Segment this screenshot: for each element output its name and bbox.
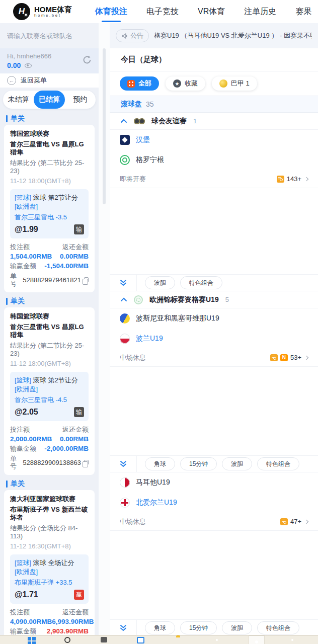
back-arrow-icon: ← <box>7 76 16 85</box>
announcement-text: 格赛U19 （马耳他U19 VS 北爱尔兰U19 ） - 因赛果不明确，赛果将 <box>154 31 312 40</box>
team-logo-malta <box>120 477 130 488</box>
live-label: 滚球盘 <box>121 100 142 109</box>
nav-results[interactable]: 赛果 <box>295 7 311 17</box>
live-count: 35 <box>146 100 154 108</box>
market-chip-correct-score[interactable]: 波胆 <box>222 457 252 470</box>
filter-all[interactable]: 全部 <box>120 76 159 91</box>
bet-market: 滚球 第2节让分 <box>33 194 78 201</box>
bet-sport-tag: [篮球] <box>15 194 31 201</box>
tab-settled[interactable]: 已结算 <box>34 91 64 109</box>
nav-esports[interactable]: 电子竞技 <box>146 7 179 17</box>
team-logo-poland <box>120 334 130 344</box>
result-badge-lose: 输 <box>74 407 84 417</box>
bet-teams: 布里斯班子弹 VS 新西兰破坏者 <box>10 506 89 522</box>
live-betting-bar[interactable]: 滚球盘 35 <box>110 96 318 113</box>
bet-slip-icon <box>280 518 288 525</box>
market-chip-special-combo[interactable]: 特色组合 <box>257 457 299 470</box>
winloss-label: 输赢金额 <box>10 445 36 452</box>
market-chip-correct-score[interactable]: 波胆 <box>222 621 252 634</box>
filter-league-baja[interactable]: 巴甲 1 <box>212 76 257 91</box>
copy-icon[interactable] <box>84 277 89 282</box>
announcement-pill: 公告 <box>116 29 149 42</box>
league-logo-icon <box>134 118 145 124</box>
stake-label: 投注额 <box>10 608 30 616</box>
markets-link[interactable]: 47+ <box>280 518 308 525</box>
team-row-home[interactable]: 波斯尼亚和黑塞哥维那U19 0 <box>110 308 318 329</box>
top-header: H HOME体育 home.bet 体育投注 电子竞技 VR体育 注单历史 赛果 <box>0 0 318 23</box>
matches-panel: 公告 格赛U19 （马耳他U19 VS 北爱尔兰U19 ） - 因赛果不明确，赛… <box>110 23 318 635</box>
sidebar-scrollbar-track <box>99 23 110 635</box>
page-title: 今日（足球） <box>110 48 318 71</box>
nav-sports-betting[interactable]: 体育投注 <box>95 7 127 17</box>
team-row-home[interactable]: 汉堡 <box>110 130 318 150</box>
bet-amounts: 投注额返还金额 1,504.00RMB0.00RMB 输赢金额-1,504.00… <box>10 243 89 287</box>
team-logo-bosnia <box>120 313 130 324</box>
match-status: 中场休息 <box>120 353 146 362</box>
bet-card: 韩国篮球联赛 首尔三星雷电 VS 昌原LG猎隼 结果比分 (第二节比分 25-2… <box>4 307 95 475</box>
nav-vr-sports[interactable]: VR体育 <box>198 7 225 17</box>
section-euro-u19-qualifiers[interactable]: 欧洲锦标赛资格赛U19 5 <box>110 291 318 308</box>
winloss-label: 输赢金额 <box>10 262 36 270</box>
bet-amounts: 投注额返还金额 2,000.00RMB0.00RMB 输赢金额-2,000.00… <box>10 426 89 470</box>
team-row-away[interactable]: 波兰U19 1 <box>110 329 318 349</box>
team-name[interactable]: 马耳他U19 <box>136 478 170 487</box>
back-to-menu[interactable]: ← 返回菜单 <box>0 73 99 88</box>
team-name[interactable]: 波兰U19 <box>136 334 163 343</box>
market-chip-correct-score[interactable]: 波胆 <box>145 276 175 289</box>
search-input[interactable] <box>7 32 96 40</box>
task-view-icon[interactable] <box>137 637 144 643</box>
collapse-toggle[interactable] <box>110 456 137 472</box>
bet-teams: 首尔三星雷电 VS 昌原LG猎隼 <box>10 140 89 156</box>
section-club-friendly[interactable]: 球会友谊赛 1 <box>110 113 318 130</box>
copy-icon[interactable] <box>84 460 89 465</box>
taskbar-device-icon[interactable] <box>101 637 107 642</box>
bet-score: 结果比分 (全场比分 84-113) <box>10 524 89 540</box>
team-logo-northern-ireland <box>120 498 130 508</box>
markets-count: 47+ <box>290 518 301 525</box>
filter-favorites[interactable]: ★收藏 <box>166 76 205 91</box>
refresh-icon[interactable] <box>83 55 92 66</box>
settlement-tabs: 未结算 已结算 预约 <box>0 88 99 112</box>
market-chip-corners[interactable]: 角球 <box>145 457 175 470</box>
collapse-toggle[interactable] <box>110 275 137 291</box>
filter-label: 巴甲 1 <box>231 79 250 88</box>
sidebar-scrollbar-thumb[interactable] <box>103 48 106 204</box>
taskbar-search-icon[interactable] <box>64 637 70 643</box>
tab-reserved[interactable]: 预约 <box>65 91 96 109</box>
odds-area-empty <box>110 367 318 455</box>
winloss-value: -1,504.00RMB <box>44 262 89 270</box>
eye-icon[interactable] <box>25 63 32 68</box>
bet-card: 韩国篮球联赛 首尔三星雷电 VS 昌原LG猎隼 结果比分 (第二节比分 25-2… <box>4 125 95 292</box>
collapse-toggle[interactable] <box>110 620 137 635</box>
filter-label: 收藏 <box>185 79 198 88</box>
team-name[interactable]: 汉堡 <box>136 135 150 144</box>
logo-title: HOME体育 <box>34 6 72 14</box>
group-marker <box>6 115 8 122</box>
team-row-home[interactable]: 马耳他U19 0 <box>110 472 318 493</box>
match-status-row: 中场休息 N 53+ <box>110 349 318 367</box>
windows-start-icon[interactable] <box>28 637 31 640</box>
team-name[interactable]: 格罗宁根 <box>136 155 164 165</box>
odds-area-empty <box>110 188 318 274</box>
team-row-away[interactable]: 北爱尔兰U19 1 <box>110 493 318 513</box>
logo-subtitle: home.bet <box>34 14 72 18</box>
team-name[interactable]: 北爱尔兰U19 <box>136 498 177 507</box>
brand-logo[interactable]: H HOME体育 home.bet <box>13 3 72 20</box>
team-name[interactable]: 波斯尼亚和黑塞哥维那U19 <box>136 314 219 323</box>
market-chip-corners[interactable]: 角球 <box>145 621 175 634</box>
chevron-right-icon <box>304 519 308 523</box>
markets-link[interactable]: 143+ <box>277 175 308 183</box>
market-chip-special-combo[interactable]: 特色组合 <box>257 621 299 634</box>
markets-link[interactable]: N 53+ <box>270 354 308 361</box>
team-row-away[interactable]: 格罗宁根 <box>110 150 318 170</box>
result-badge-win: 赢 <box>74 590 84 600</box>
market-chip-15min[interactable]: 15分钟 <box>180 457 217 470</box>
nav-bet-history[interactable]: 注单历史 <box>244 7 276 17</box>
stake-label: 投注额 <box>10 243 30 251</box>
bet-detail-box: [篮球] 滚球 全场让分 [欧洲盘] 布里斯班子弹 +33.5 @1.71 赢 <box>10 554 89 604</box>
tab-unsettled[interactable]: 未结算 <box>3 91 34 109</box>
bet-sport-tag: [篮球] <box>15 376 31 384</box>
market-chip-15min[interactable]: 15分钟 <box>180 621 217 634</box>
markets-count: 53+ <box>290 354 301 361</box>
market-chip-special-combo[interactable]: 特色组合 <box>180 276 222 289</box>
